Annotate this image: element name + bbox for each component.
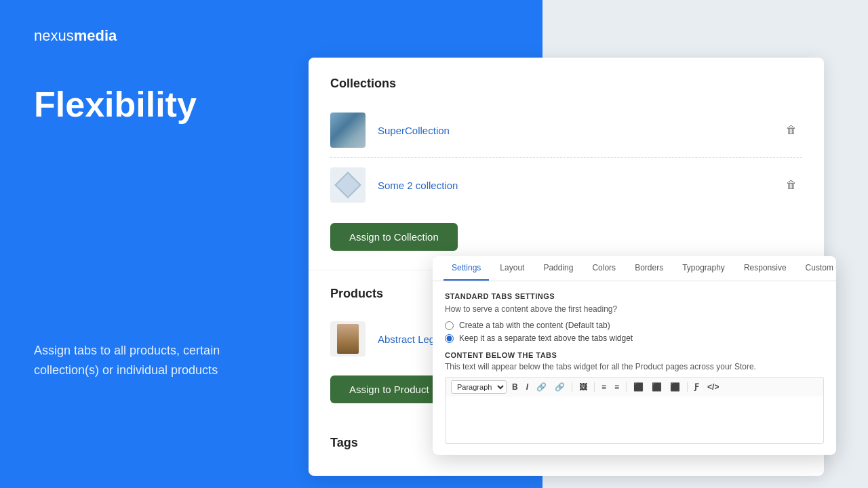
collection-name-super: SuperCollection	[378, 125, 781, 136]
standard-tabs-label: STANDARD TABS SETTINGS	[445, 292, 824, 300]
paragraph-select[interactable]: Paragraph	[451, 380, 507, 394]
ol-button[interactable]: ≡	[612, 381, 622, 393]
tab-settings[interactable]: Settings	[443, 256, 489, 281]
collection-thumb-landscape	[330, 113, 366, 148]
code-button[interactable]: </>	[705, 381, 722, 393]
tab-responsive[interactable]: Responsive	[736, 256, 795, 281]
collection-thumb-diamond	[330, 167, 366, 203]
content-below-label: CONTENT BELOW THE TABS	[445, 351, 824, 359]
radio-default-tab[interactable]	[445, 321, 454, 330]
editor-toolbar: Paragraph B I 🔗 🔗 🖼 ≡ ≡ ⬛ ⬛ ⬛ Ƒ </>	[445, 377, 824, 396]
radio-option-default: Create a tab with the content (Default t…	[445, 321, 824, 330]
editor-content-area[interactable]	[445, 396, 824, 444]
list-item: Some 2 collection 🗑	[330, 158, 802, 212]
settings-panel: Settings Layout Padding Colors Borders T…	[433, 256, 836, 455]
radio-option-separate: Keep it as a separate text above the tab…	[445, 333, 824, 343]
assign-to-collection-button[interactable]: Assign to Collection	[330, 223, 458, 251]
align-right-button[interactable]: ⬛	[667, 381, 683, 393]
product-figure-icon	[337, 324, 359, 354]
logo: nexusmedia	[34, 27, 509, 45]
content-below-section: CONTENT BELOW THE TABS This text will ap…	[445, 351, 824, 444]
toolbar-separator2	[594, 382, 595, 392]
collections-title: Collections	[330, 77, 802, 91]
settings-body: STANDARD TABS SETTINGS How to serve a co…	[433, 281, 836, 455]
radio-separate-label: Keep it as a separate text above the tab…	[459, 333, 633, 343]
diamond-icon	[334, 171, 361, 199]
tab-borders[interactable]: Borders	[627, 256, 671, 281]
bold-button[interactable]: B	[509, 381, 521, 393]
diamond-placeholder	[330, 167, 366, 203]
format-button[interactable]: Ƒ	[692, 381, 702, 393]
link-button[interactable]: 🔗	[534, 381, 549, 393]
assign-to-product-button[interactable]: Assign to Product	[330, 375, 448, 403]
landscape-image	[330, 113, 366, 148]
toolbar-separator4	[687, 382, 688, 392]
delete-collection-some2-button[interactable]: 🗑	[781, 176, 802, 194]
toolbar-separator3	[626, 382, 627, 392]
italic-button[interactable]: I	[524, 381, 531, 393]
toolbar-separator	[572, 382, 572, 392]
content-below-desc: This text will appear below the tabs wid…	[445, 362, 824, 371]
product-thumb	[330, 321, 366, 357]
align-left-button[interactable]: ⬛	[631, 381, 646, 393]
delete-collection-super-button[interactable]: 🗑	[781, 121, 802, 139]
tab-colors[interactable]: Colors	[584, 256, 624, 281]
tab-layout[interactable]: Layout	[492, 256, 532, 281]
link2-button[interactable]: 🔗	[552, 381, 568, 393]
logo-media: media	[74, 27, 117, 44]
radio-separate-text[interactable]	[445, 334, 454, 343]
collection-name-some2: Some 2 collection	[378, 180, 781, 191]
settings-tabs: Settings Layout Padding Colors Borders T…	[433, 256, 836, 281]
hero-description: Assign tabs to all products, certain col…	[34, 341, 264, 380]
image-button[interactable]: 🖼	[576, 381, 590, 393]
tab-custom-css[interactable]: Custom CSS	[797, 256, 836, 281]
radio-default-label: Create a tab with the content (Default t…	[459, 321, 610, 330]
collections-section: Collections SuperCollection 🗑 Some 2 col…	[309, 58, 824, 270]
tab-padding[interactable]: Padding	[535, 256, 581, 281]
ul-button[interactable]: ≡	[599, 381, 609, 393]
list-item: SuperCollection 🗑	[330, 103, 802, 158]
logo-nexus: nexus	[34, 27, 74, 44]
standard-tabs-desc: How to serve a content above the first h…	[445, 304, 824, 314]
align-center-button[interactable]: ⬛	[649, 381, 665, 393]
tab-typography[interactable]: Typography	[674, 256, 733, 281]
